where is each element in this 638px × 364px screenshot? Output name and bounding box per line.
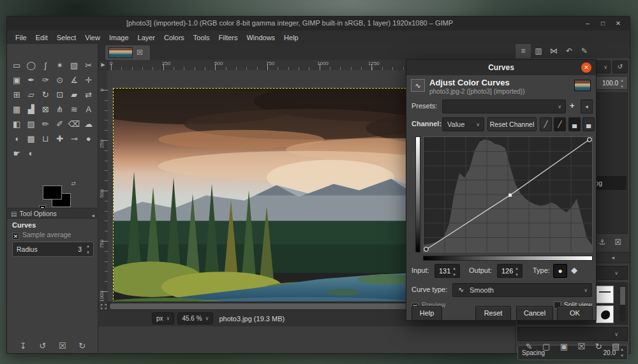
add-preset-button[interactable]: + bbox=[570, 101, 575, 110]
curve-editor[interactable] bbox=[423, 136, 593, 252]
point-type-corner-button[interactable]: ◆ bbox=[571, 265, 577, 275]
cancel-button[interactable]: Cancel bbox=[516, 306, 553, 321]
edit-brush-icon[interactable]: ✎ bbox=[526, 342, 533, 351]
tool-perspective-clone[interactable]: ⊸ bbox=[67, 131, 82, 146]
tool-paintbrush[interactable]: ✐ bbox=[53, 117, 68, 131]
tab-brushes[interactable]: ✎ bbox=[577, 44, 592, 58]
tool-blur-sharpen[interactable]: ● bbox=[82, 131, 96, 146]
tool-flip[interactable]: ⇄ bbox=[82, 87, 96, 102]
tool-shear[interactable]: ▰ bbox=[67, 87, 82, 102]
ok-button[interactable]: OK bbox=[557, 306, 593, 321]
menu-edit[interactable]: Edit bbox=[31, 33, 52, 43]
tool-unified-transform[interactable]: ⊠ bbox=[38, 102, 53, 117]
tool-mypaint-brush[interactable]: ▩ bbox=[24, 131, 39, 146]
tool-bucket-fill[interactable]: ◧ bbox=[10, 117, 24, 131]
curve-type-dropdown[interactable]: ∿ Smooth ∨ bbox=[452, 283, 592, 297]
radius-slider[interactable]: Radius 3 ▴▾ bbox=[12, 242, 94, 257]
channel-dropdown[interactable]: Value ∨ bbox=[442, 117, 484, 131]
dialog-title-bar[interactable]: Curves bbox=[406, 60, 596, 75]
tool-pencil[interactable]: ✏ bbox=[38, 117, 53, 131]
tool-dodge-burn[interactable]: ◐ bbox=[24, 146, 39, 161]
tool-perspective[interactable]: ▦ bbox=[10, 102, 24, 117]
close-button[interactable]: ✕ bbox=[613, 18, 623, 29]
histogram-linear-icon[interactable]: ╱ bbox=[540, 117, 552, 131]
tool-smudge[interactable]: ☛ bbox=[10, 146, 24, 161]
brush-thumbnail[interactable] bbox=[596, 286, 614, 303]
color-area[interactable]: ⇄ bbox=[39, 183, 75, 211]
tool-fuzzy-select[interactable]: ✶ bbox=[53, 58, 68, 73]
collapse-brushes-icon[interactable]: ◂ bbox=[611, 254, 614, 261]
tool-airbrush[interactable]: ☁ bbox=[82, 117, 96, 131]
input-spinbox[interactable]: 131 ▴▾ bbox=[434, 264, 460, 278]
image-tab[interactable]: ☒ bbox=[105, 45, 151, 60]
brush-thumbnail[interactable] bbox=[596, 305, 614, 323]
minimize-button[interactable]: – bbox=[582, 18, 593, 29]
tool-cage-transform[interactable]: ⋔ bbox=[53, 102, 68, 117]
tool-gradient[interactable]: ▨ bbox=[24, 117, 39, 131]
tool-heal[interactable]: ✚ bbox=[53, 131, 68, 146]
tab-paths[interactable]: ⋈ bbox=[546, 44, 561, 58]
output-spinner-arrows[interactable]: ▴▾ bbox=[513, 265, 521, 278]
tool-zoom[interactable]: ⊙ bbox=[53, 73, 68, 87]
reset-channel-button[interactable]: Reset Channel bbox=[487, 117, 537, 131]
new-brush-icon[interactable]: ▢ bbox=[542, 342, 550, 351]
save-tool-preset-icon[interactable]: ↧ bbox=[20, 341, 27, 351]
work-on-linear-icon[interactable]: ▄ bbox=[568, 117, 581, 131]
delete-layer-icon[interactable]: ☒ bbox=[614, 238, 621, 247]
help-button[interactable]: Help bbox=[412, 306, 442, 321]
menu-file[interactable]: File bbox=[11, 33, 31, 43]
zoom-dropdown[interactable]: 45.6 %∨ bbox=[177, 312, 213, 324]
reset-tool-options-icon[interactable]: ↻ bbox=[78, 341, 85, 351]
tool-transform-3d[interactable]: ▟ bbox=[24, 102, 39, 117]
menu-filters[interactable]: Filters bbox=[214, 33, 242, 43]
tool-ink[interactable]: ◖ bbox=[10, 131, 24, 146]
histogram-logarithmic-icon[interactable]: ╱ bbox=[554, 117, 566, 131]
menu-tools[interactable]: Tools bbox=[189, 33, 214, 43]
unit-dropdown[interactable]: px∨ bbox=[152, 312, 174, 324]
menu-view[interactable]: View bbox=[80, 33, 105, 43]
tool-clone[interactable]: ⊔ bbox=[38, 131, 53, 146]
anchor-layer-icon[interactable]: ⚓ bbox=[598, 238, 605, 247]
opacity-spinner-arrows[interactable]: ▴▾ bbox=[618, 77, 626, 90]
tool-foreground-select[interactable]: ▣ bbox=[10, 73, 24, 87]
tool-ellipse-select[interactable]: ◯ bbox=[24, 58, 39, 73]
sample-average-checkbox[interactable]: ✕ bbox=[12, 233, 19, 240]
ruler-origin-button[interactable]: ▶ bbox=[98, 60, 108, 70]
restore-tool-preset-icon[interactable]: ↺ bbox=[39, 341, 46, 351]
swap-colors-icon[interactable]: ⇄ bbox=[71, 180, 76, 187]
point-type-smooth-button[interactable]: ● bbox=[553, 264, 567, 278]
menu-layer[interactable]: Layer bbox=[133, 33, 160, 43]
opacity-spinner[interactable]: 100.0 ▴▾ bbox=[592, 76, 628, 90]
brush-list-dropdown[interactable]: ∨ bbox=[517, 327, 628, 341]
menu-help[interactable]: Help bbox=[279, 33, 303, 43]
open-brush-as-image-icon[interactable]: ▤ bbox=[612, 342, 619, 351]
tab-layers[interactable]: ≡ bbox=[516, 44, 531, 58]
tool-color-picker[interactable]: ✑ bbox=[38, 73, 53, 87]
tool-measure[interactable]: ∡ bbox=[67, 73, 82, 87]
sample-average-row[interactable]: ✕Sample average bbox=[12, 231, 71, 240]
tool-align[interactable]: ⊞ bbox=[10, 87, 24, 102]
maximize-button[interactable]: □ bbox=[598, 18, 608, 29]
delete-tool-preset-icon[interactable]: ☒ bbox=[59, 341, 66, 351]
tool-text[interactable]: A bbox=[82, 102, 96, 117]
tool-paths[interactable]: ✒ bbox=[24, 73, 39, 87]
tool-rectangle-select[interactable]: ▭ bbox=[10, 58, 24, 73]
dialog-close-button[interactable]: ✕ bbox=[581, 62, 591, 73]
tab-channels[interactable]: ▥ bbox=[531, 44, 546, 58]
input-spinner-arrows[interactable]: ▴▾ bbox=[450, 265, 458, 278]
tool-eraser[interactable]: ⌫ bbox=[67, 117, 82, 131]
work-on-perceptual-icon[interactable]: ▄ bbox=[582, 117, 595, 131]
tab-undo-history[interactable]: ↶ bbox=[561, 44, 577, 58]
reset-button[interactable]: Reset bbox=[475, 306, 511, 321]
refresh-brushes-icon[interactable]: ↻ bbox=[595, 342, 602, 351]
layer-mode-switch-button[interactable]: ↺ bbox=[612, 61, 628, 73]
tool-free-select[interactable]: ʃ bbox=[38, 58, 53, 73]
tool-scale[interactable]: ⊡ bbox=[53, 87, 68, 102]
tool-scissors-select[interactable]: ✂ bbox=[82, 58, 96, 73]
brush-grid-scrollbar[interactable] bbox=[619, 286, 626, 321]
radius-spinner[interactable]: ▴▾ bbox=[84, 243, 92, 256]
foreground-color-swatch[interactable] bbox=[43, 186, 62, 200]
output-spinbox[interactable]: 126 ▴▾ bbox=[497, 264, 523, 278]
preset-menu-button[interactable]: ◂ bbox=[581, 99, 593, 113]
image-tab-close-icon[interactable]: ☒ bbox=[137, 48, 143, 57]
